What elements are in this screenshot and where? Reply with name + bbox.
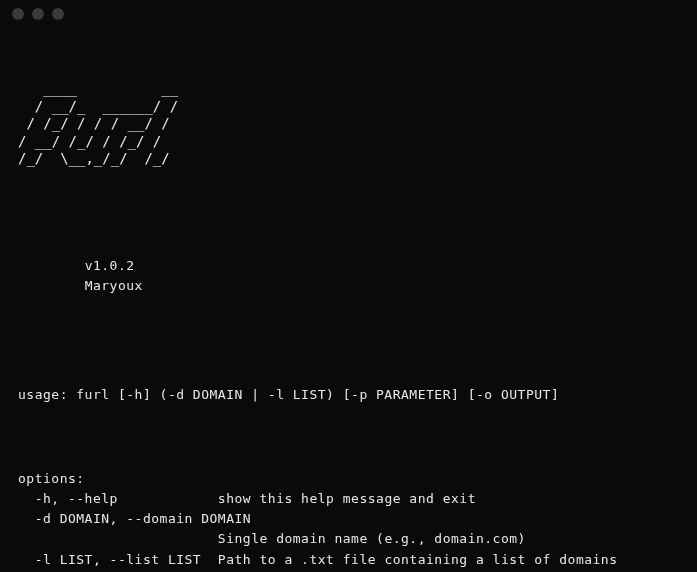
option-row: -l LIST, --list LIST Path to a .txt file…: [18, 552, 618, 567]
option-flag: -l LIST, --list LIST: [18, 552, 218, 567]
meta-block: v1.0.2 Maryoux: [18, 256, 679, 296]
zoom-icon[interactable]: [52, 8, 64, 20]
option-row: -d DOMAIN, --domain DOMAIN: [18, 511, 251, 526]
option-flag: -h, --help: [18, 491, 218, 506]
options-header: options:: [18, 471, 85, 486]
ascii-banner: ____ __ / __/_ ______/ / / /_/ / / / __/…: [18, 80, 679, 168]
options-block: options: -h, --help show this help messa…: [18, 469, 679, 572]
version-text: v1.0.2: [85, 258, 135, 273]
option-desc: Path to a .txt file containing a list of…: [218, 552, 618, 567]
option-desc: show this help message and exit: [218, 491, 476, 506]
option-desc: Single domain name (e.g., domain.com): [218, 531, 526, 546]
option-row: Single domain name (e.g., domain.com): [18, 531, 526, 546]
window-titlebar: [0, 0, 697, 28]
terminal-output: ____ __ / __/_ ______/ / / /_/ / / / __/…: [0, 28, 697, 572]
option-row: -h, --help show this help message and ex…: [18, 491, 476, 506]
option-flag: -d DOMAIN, --domain DOMAIN: [18, 511, 251, 526]
option-flag: [18, 531, 218, 546]
usage-line: usage: furl [-h] (-d DOMAIN | -l LIST) […: [18, 385, 679, 405]
close-icon[interactable]: [12, 8, 24, 20]
minimize-icon[interactable]: [32, 8, 44, 20]
author-text: Maryoux: [85, 278, 143, 293]
